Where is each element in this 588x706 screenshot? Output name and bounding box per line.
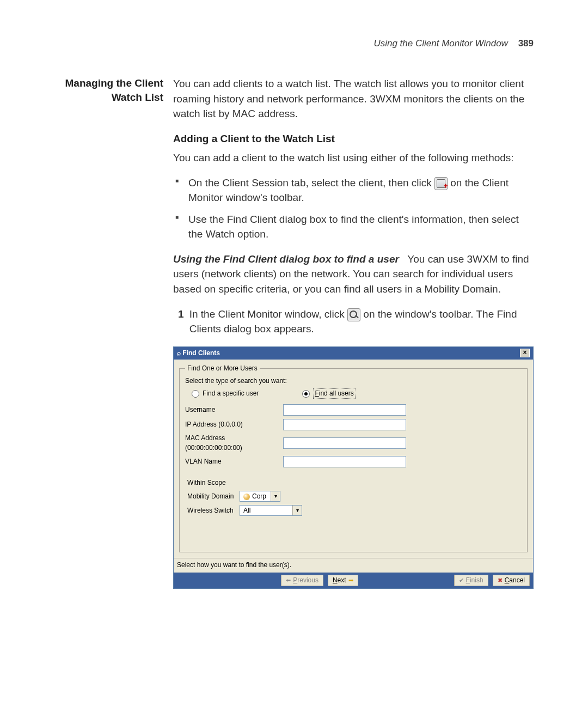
- mac-label: MAC Address (00:00:00:00:00:00): [185, 434, 283, 453]
- dialog-button-bar: ⬅ Previous Next ➡ ✔ Finish ✖ Cancel: [174, 573, 533, 588]
- username-input[interactable]: [283, 404, 406, 416]
- ip-label: IP Address (0.0.0.0): [185, 420, 283, 429]
- list-item: On the Client Session tab, select the cl…: [188, 175, 534, 205]
- arrow-left-icon: ⬅: [286, 576, 291, 585]
- step-number: 1: [173, 307, 184, 337]
- check-icon: ✔: [459, 576, 464, 585]
- dialog-title: Find Clients: [182, 349, 220, 357]
- add-intro: You can add a client to the watch list u…: [173, 150, 534, 166]
- radio-label: Find all users: [313, 388, 355, 399]
- arrow-right-icon: ➡: [348, 576, 353, 585]
- radio-find-specific[interactable]: Find a specific user: [192, 388, 259, 399]
- intro-paragraph: You can add clients to a watch list. The…: [173, 76, 534, 121]
- radio-icon: [302, 390, 310, 398]
- cancel-button[interactable]: ✖ Cancel: [493, 575, 530, 586]
- scope-heading: Within Scope: [187, 478, 519, 488]
- radio-icon: [192, 390, 199, 398]
- wireless-switch-value: All: [240, 506, 292, 515]
- radio-label: Find a specific user: [203, 389, 259, 398]
- search-fieldset: Find One or More Users Select the type o…: [179, 364, 528, 552]
- vlan-input[interactable]: [283, 456, 406, 467]
- fieldset-legend: Find One or More Users: [185, 364, 260, 373]
- side-heading: Managing the Client Watch List: [54, 76, 173, 589]
- running-header: Using the Client Monitor Window 389: [54, 38, 534, 49]
- wireless-switch-select[interactable]: All ▾: [240, 505, 302, 516]
- close-icon[interactable]: ×: [520, 349, 530, 357]
- run-in-paragraph: Using the Find Client dialog box to find…: [173, 252, 534, 297]
- mobility-domain-label: Mobility Domain: [187, 492, 240, 501]
- find-clients-dialog: ⌕ Find Clients × Find One or More Users …: [173, 346, 534, 589]
- title-icon: ⌕: [177, 349, 182, 357]
- chevron-down-icon: ▾: [271, 491, 280, 501]
- step-1: 1 In the Client Monitor window, click on…: [173, 307, 534, 337]
- list-item: Use the Find Client dialog box to find t…: [188, 212, 534, 242]
- finish-button: ✔ Finish: [454, 575, 488, 586]
- previous-button: ⬅ Previous: [281, 575, 323, 586]
- running-header-title: Using the Client Monitor Window: [373, 38, 507, 48]
- vlan-label: VLAN Name: [185, 457, 283, 466]
- step-text: In the Client Monitor window, click: [189, 308, 347, 320]
- subheading-add-client: Adding a Client to the Watch List: [173, 131, 534, 147]
- page-number: 389: [518, 38, 534, 48]
- search-prompt: Select the type of search you want:: [185, 376, 522, 386]
- mac-input[interactable]: [283, 437, 406, 449]
- bullet-text: On the Client Session tab, select the cl…: [188, 177, 434, 188]
- globe-icon: [243, 494, 250, 500]
- run-in-heading: Using the Find Client dialog box to find…: [173, 253, 399, 265]
- chevron-down-icon: ▾: [292, 506, 302, 515]
- add-to-watch-icon: [434, 177, 448, 190]
- watch-list-methods: On the Client Session tab, select the cl…: [173, 175, 534, 242]
- mobility-domain-select[interactable]: Corp ▾: [240, 491, 280, 502]
- ip-input[interactable]: [283, 419, 406, 430]
- radio-find-all[interactable]: Find all users: [302, 388, 355, 399]
- next-button[interactable]: Next ➡: [328, 575, 358, 586]
- wireless-switch-label: Wireless Switch: [187, 506, 240, 515]
- username-label: Username: [185, 405, 283, 415]
- find-client-icon: [347, 308, 360, 321]
- dialog-titlebar[interactable]: ⌕ Find Clients ×: [174, 347, 533, 360]
- dialog-hint: Select how you want to find the user(s).: [174, 558, 533, 572]
- close-icon: ✖: [498, 576, 503, 585]
- mobility-domain-value: Corp: [252, 492, 266, 500]
